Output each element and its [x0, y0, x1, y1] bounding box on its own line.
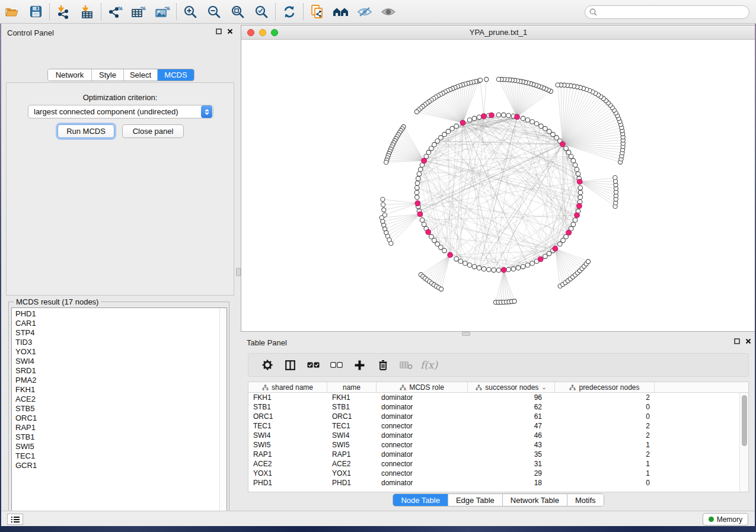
- network-node[interactable]: [492, 268, 496, 273]
- mcds-node[interactable]: [575, 213, 580, 218]
- network-node[interactable]: [487, 267, 492, 272]
- table-cell[interactable]: 2: [555, 421, 655, 431]
- mcds-result-item[interactable]: TID3: [15, 338, 227, 347]
- network-node[interactable]: [415, 181, 420, 185]
- network-node[interactable]: [450, 126, 455, 131]
- table-cell[interactable]: dominator: [377, 412, 468, 421]
- tab-select[interactable]: Select: [124, 69, 158, 81]
- network-node[interactable]: [554, 136, 559, 140]
- network-node[interactable]: [446, 129, 451, 134]
- mcds-result-item[interactable]: PMA2: [15, 376, 227, 385]
- mcds-result-item[interactable]: ACE2: [15, 395, 227, 404]
- table-cell[interactable]: dominator: [377, 478, 468, 488]
- mcds-result-item[interactable]: SWI4: [15, 357, 227, 366]
- network-node[interactable]: [415, 195, 420, 200]
- table-cell[interactable]: 2: [555, 450, 655, 459]
- network-node[interactable]: [525, 118, 530, 123]
- network-leaf-node[interactable]: [389, 241, 393, 245]
- network-node[interactable]: [454, 257, 459, 261]
- table-cell[interactable]: ACE2: [327, 459, 377, 469]
- mcds-result-item[interactable]: FKH1: [15, 385, 227, 395]
- column-header-MCDS-role[interactable]: MCDS role: [377, 382, 468, 392]
- column-header-shared-name[interactable]: shared name: [248, 382, 327, 392]
- network-node[interactable]: [571, 158, 576, 163]
- table-cell[interactable]: 1: [555, 440, 655, 450]
- table-cell[interactable]: YOX1: [327, 469, 377, 478]
- network-node[interactable]: [571, 222, 576, 227]
- network-node[interactable]: [506, 113, 511, 118]
- mcds-node[interactable]: [538, 257, 543, 262]
- network-canvas[interactable]: [241, 40, 755, 331]
- network-node[interactable]: [564, 146, 569, 151]
- table-scrollbar-thumb[interactable]: [742, 395, 747, 446]
- run-mcds-button[interactable]: Run MCDS: [58, 124, 114, 138]
- table-cell[interactable]: 0: [555, 402, 655, 412]
- open-session-button[interactable]: [0, 2, 24, 22]
- table-cell[interactable]: connector: [377, 421, 468, 431]
- mcds-result-item[interactable]: YOX1: [15, 347, 227, 357]
- network-node[interactable]: [547, 129, 551, 134]
- table-cell[interactable]: RAP1: [248, 450, 327, 459]
- table-cell[interactable]: PHD1: [327, 478, 377, 488]
- close-panel-button[interactable]: Close panel: [122, 124, 184, 138]
- table-row[interactable]: SWI4SWI4dominator462: [248, 431, 748, 440]
- network-leaf-node[interactable]: [382, 208, 386, 212]
- network-node[interactable]: [467, 263, 472, 268]
- zoom-out-button[interactable]: [202, 2, 226, 22]
- tab-mcds[interactable]: MCDS: [158, 69, 194, 81]
- mcds-node[interactable]: [460, 120, 465, 126]
- table-cell[interactable]: dominator: [377, 393, 468, 402]
- table-cell[interactable]: 1: [555, 459, 655, 469]
- table-cell[interactable]: STB1: [248, 402, 327, 412]
- network-node[interactable]: [530, 261, 535, 266]
- mcds-node[interactable]: [501, 267, 506, 273]
- horizontal-splitter-handle[interactable]: [462, 332, 470, 336]
- table-row[interactable]: SWI5SWI5connector431: [248, 440, 748, 450]
- table-cell[interactable]: RAP1: [327, 450, 377, 459]
- mcds-node[interactable]: [560, 142, 566, 147]
- refresh-layout-button[interactable]: [277, 2, 301, 22]
- mcds-result-item[interactable]: STB1: [15, 432, 227, 442]
- network-node[interactable]: [418, 167, 423, 172]
- network-node[interactable]: [417, 172, 422, 177]
- hide-selected-button[interactable]: [353, 2, 377, 22]
- network-node[interactable]: [414, 190, 419, 195]
- mcds-node[interactable]: [577, 180, 582, 185]
- network-node[interactable]: [472, 116, 477, 121]
- tab-node-table[interactable]: Node Table: [393, 494, 448, 506]
- zoom-in-button[interactable]: [178, 2, 202, 22]
- table-cell[interactable]: 35: [468, 450, 555, 459]
- network-node[interactable]: [573, 218, 578, 223]
- network-node[interactable]: [415, 185, 420, 190]
- function-builder-button[interactable]: f(x): [417, 355, 441, 375]
- network-node[interactable]: [477, 115, 481, 120]
- add-column-button[interactable]: [348, 355, 371, 375]
- mcds-result-item[interactable]: CAR1: [15, 319, 227, 328]
- table-cell[interactable]: SWI4: [327, 431, 377, 440]
- network-node[interactable]: [416, 177, 421, 181]
- network-node[interactable]: [547, 251, 551, 256]
- table-cell[interactable]: 43: [468, 440, 555, 450]
- memory-button[interactable]: Memory: [703, 513, 748, 525]
- table-cell[interactable]: ORC1: [327, 412, 377, 421]
- network-node[interactable]: [496, 268, 501, 273]
- network-leaf-node[interactable]: [586, 259, 590, 264]
- network-node[interactable]: [467, 118, 472, 123]
- table-cell[interactable]: SWI5: [327, 440, 377, 450]
- network-node[interactable]: [543, 254, 548, 259]
- table-row[interactable]: ORC1ORC1dominator610: [248, 412, 748, 421]
- network-node[interactable]: [569, 154, 573, 159]
- network-node[interactable]: [521, 264, 525, 269]
- deselect-all-button[interactable]: [325, 355, 348, 375]
- network-leaf-node[interactable]: [384, 160, 388, 164]
- table-cell[interactable]: STB1: [327, 402, 377, 412]
- table-cell[interactable]: connector: [377, 469, 468, 478]
- table-cell[interactable]: TEC1: [327, 421, 377, 431]
- network-node[interactable]: [534, 121, 539, 126]
- network-node[interactable]: [442, 132, 447, 137]
- network-leaf-node[interactable]: [496, 77, 500, 81]
- criterion-dropdown[interactable]: largest connected component (undirected): [28, 105, 213, 118]
- zoom-fit-button[interactable]: [226, 2, 250, 22]
- network-node[interactable]: [511, 267, 516, 271]
- table-cell[interactable]: 47: [468, 421, 555, 431]
